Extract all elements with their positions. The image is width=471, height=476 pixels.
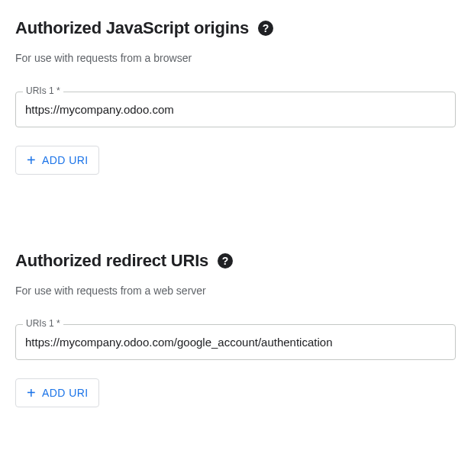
plus-icon: + — [27, 153, 36, 168]
js-origins-title: Authorized JavaScript origins — [15, 18, 249, 38]
redirect-uris-description: For use with requests from a web server — [15, 285, 456, 297]
uri-input-wrapper: URIs 1 * — [15, 92, 456, 127]
section-header: Authorized JavaScript origins ? — [15, 18, 456, 38]
redirect-uris-title: Authorized redirect URIs — [15, 251, 208, 271]
js-origins-description: For use with requests from a browser — [15, 52, 456, 64]
uri-input-label: URIs 1 * — [23, 85, 63, 96]
section-header: Authorized redirect URIs ? — [15, 251, 456, 271]
redirect-uris-input[interactable] — [15, 324, 456, 360]
add-uri-label: ADD URI — [42, 387, 88, 399]
redirect-uris-section: Authorized redirect URIs ? For use with … — [15, 251, 456, 407]
uri-input-wrapper: URIs 1 * — [15, 324, 456, 360]
js-origins-section: Authorized JavaScript origins ? For use … — [15, 18, 456, 175]
add-uri-button[interactable]: + ADD URI — [15, 378, 99, 407]
plus-icon: + — [27, 385, 36, 400]
js-origins-uri-input[interactable] — [15, 92, 456, 127]
help-icon[interactable]: ? — [218, 253, 233, 269]
uri-input-label: URIs 1 * — [23, 318, 63, 329]
add-uri-button[interactable]: + ADD URI — [15, 146, 99, 175]
help-icon[interactable]: ? — [258, 21, 273, 36]
add-uri-label: ADD URI — [42, 154, 88, 166]
